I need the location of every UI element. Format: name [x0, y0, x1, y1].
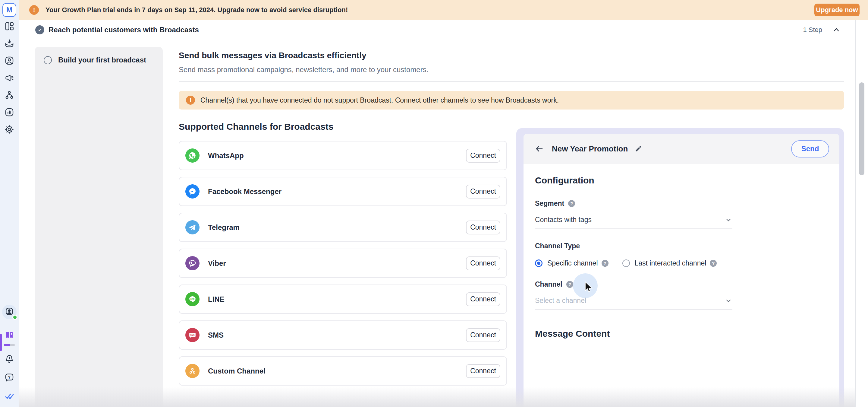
sidebar-item-reports[interactable]	[4, 108, 15, 118]
channel-name: Facebook Messenger	[208, 187, 281, 196]
sidebar-item-notifications[interactable]	[4, 354, 15, 365]
svg-text:SMS: SMS	[190, 334, 195, 336]
trial-banner: ! Your Growth Plan trial ends in 7 days …	[19, 0, 868, 20]
connect-custom-channel-button[interactable]: Connect	[466, 364, 500, 378]
channel-row-messenger: Facebook Messenger Connect	[179, 177, 507, 206]
sidebar-item-dashboard[interactable]	[4, 22, 15, 32]
segment-select-value: Contacts with tags	[535, 216, 592, 224]
radio-last-interacted-label: Last interacted channel	[635, 259, 707, 267]
sidebar-item-broadcasts[interactable]	[4, 73, 15, 84]
sidebar-item-settings[interactable]	[4, 125, 15, 136]
inbox-icon	[4, 38, 14, 50]
sidebar-item-help[interactable]: ?	[4, 373, 15, 383]
channel-warning-banner: ! Channel(s) that you have connected do …	[179, 91, 844, 110]
intro-heading: Send bulk messages via Broadcasts effici…	[179, 51, 844, 60]
onboarding-title: Reach potential customers with Broadcast…	[49, 26, 199, 34]
broadcast-title: New Year Promotion	[552, 144, 628, 153]
last-interacted-help-icon[interactable]: ?	[710, 260, 717, 267]
channel-label: Channel	[535, 280, 562, 288]
reports-icon	[4, 107, 14, 119]
channel-name: Viber	[208, 259, 226, 268]
warning-icon: !	[186, 96, 195, 105]
mouse-cursor	[583, 281, 594, 294]
contacts-icon	[4, 56, 14, 67]
step-radio-icon	[44, 56, 52, 64]
chevron-up-icon	[832, 26, 841, 34]
megaphone-icon	[4, 73, 14, 84]
sidebar-item-contacts[interactable]	[4, 56, 15, 67]
app-screen: ! Your Growth Plan trial ends in 7 days …	[0, 0, 868, 407]
channel-row-viber: Viber Connect	[179, 249, 507, 278]
step-build-first-broadcast[interactable]: Build your first broadcast	[44, 56, 156, 64]
sidebar-item-onboarding-guide[interactable]	[4, 330, 15, 346]
onboarding-guide-icon	[4, 330, 14, 342]
connect-messenger-button[interactable]: Connect	[466, 185, 500, 199]
channel-row-sms: SMS SMS Connect	[179, 320, 507, 350]
steps-panel: Build your first broadcast	[35, 47, 163, 407]
completed-check-icon	[35, 25, 44, 34]
broadcast-preview-panel: New Year Promotion Send Configuration Se…	[516, 128, 844, 407]
steps-count: 1 Step	[803, 26, 822, 34]
line-icon: LINE	[185, 292, 199, 306]
channel-name: LINE	[208, 295, 224, 303]
onboarding-section-header: Reach potential customers with Broadcast…	[19, 20, 855, 40]
specific-channel-help-icon[interactable]: ?	[601, 260, 609, 267]
upgrade-now-button[interactable]: Upgrade now	[814, 4, 860, 16]
preview-body: Configuration Segment ? Contacts with ta…	[524, 164, 839, 339]
radio-specific-channel[interactable]	[535, 259, 542, 267]
radio-last-interacted-channel[interactable]	[622, 259, 630, 267]
channel-list: WhatsApp Connect Facebook Messenger Conn…	[179, 141, 507, 385]
sidebar-item-inbox[interactable]	[4, 39, 15, 50]
channel-select-placeholder: Select a channel	[535, 297, 586, 305]
sidebar-item-tasks[interactable]	[4, 391, 15, 402]
gear-icon	[4, 124, 14, 136]
channel-name: WhatsApp	[208, 151, 244, 160]
sms-icon: SMS	[185, 328, 199, 342]
connect-telegram-button[interactable]: Connect	[466, 221, 500, 234]
pencil-icon	[635, 145, 642, 152]
connect-whatsapp-button[interactable]: Connect	[466, 149, 500, 163]
svg-text:?: ?	[8, 375, 10, 380]
online-status-dot	[12, 315, 18, 320]
workspace-logo[interactable]: M	[2, 3, 16, 17]
message-content-heading: Message Content	[535, 328, 828, 339]
bell-icon	[4, 354, 14, 365]
facebook-messenger-icon	[185, 184, 199, 199]
configuration-heading: Configuration	[535, 175, 828, 185]
custom-channel-icon	[185, 364, 199, 378]
arrow-left-icon	[535, 144, 544, 153]
user-avatar[interactable]	[2, 305, 17, 319]
connect-line-button[interactable]: Connect	[466, 292, 500, 306]
segment-select[interactable]: Contacts with tags	[535, 216, 733, 229]
broadcast-preview-card: New Year Promotion Send Configuration Se…	[524, 134, 839, 407]
chevron-down-icon	[724, 297, 733, 305]
channel-row-whatsapp: WhatsApp Connect	[179, 141, 507, 170]
preview-header: New Year Promotion Send	[524, 134, 839, 164]
dashboard-icon	[4, 21, 14, 33]
edit-title-button[interactable]	[634, 144, 643, 153]
sidebar-item-workflows[interactable]	[4, 90, 15, 101]
channel-row-custom: Custom Channel Connect	[179, 356, 507, 385]
segment-help-icon[interactable]: ?	[568, 200, 575, 207]
collapse-section-button[interactable]	[831, 25, 841, 35]
back-button[interactable]	[534, 143, 545, 154]
channel-row-line: LINE LINE Connect	[179, 285, 507, 314]
warning-icon: !	[29, 5, 39, 15]
trial-banner-message: Your Growth Plan trial ends in 7 days on…	[45, 6, 348, 14]
viber-icon	[185, 256, 199, 270]
channel-select[interactable]: Select a channel	[535, 297, 733, 310]
segment-label: Segment	[535, 199, 564, 208]
send-button[interactable]: Send	[791, 140, 829, 157]
connect-viber-button[interactable]: Connect	[466, 257, 500, 270]
channel-help-icon[interactable]: ?	[566, 281, 573, 288]
svg-text:LINE: LINE	[190, 298, 195, 300]
sidebar: M	[0, 0, 19, 407]
content-right-border	[855, 20, 856, 407]
chevron-down-icon	[724, 216, 733, 224]
step-label: Build your first broadcast	[58, 56, 146, 64]
whatsapp-icon	[185, 148, 199, 163]
tasks-done-icon	[4, 391, 14, 403]
scrollbar-thumb[interactable]	[859, 82, 864, 175]
connect-sms-button[interactable]: Connect	[466, 328, 500, 342]
channel-name: Custom Channel	[208, 367, 266, 375]
